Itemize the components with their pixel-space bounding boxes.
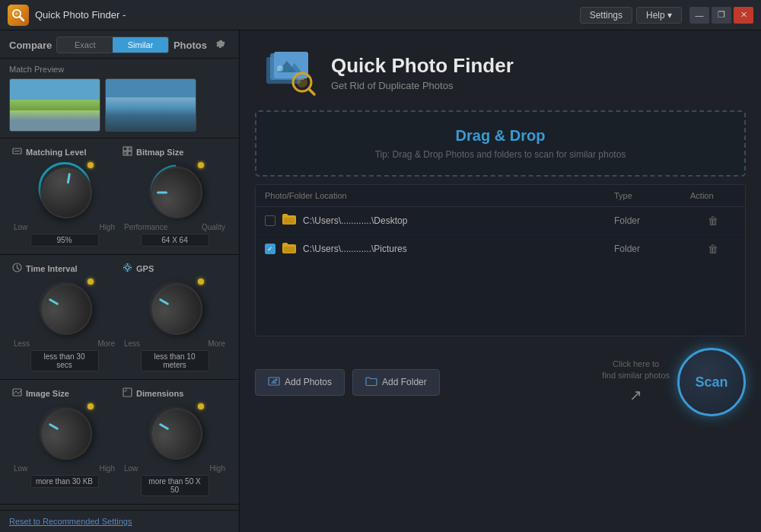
tab-group: Exact Similar	[56, 37, 169, 53]
image-size-high: High	[99, 464, 115, 473]
svg-point-44	[275, 378, 278, 381]
file-list-area: Photo/Folder Location Type Action C:\Use…	[255, 184, 746, 336]
dimensions-high: High	[209, 464, 225, 473]
matching-level-knob-wrap	[34, 161, 95, 221]
add-photos-button[interactable]: Add Photos	[255, 369, 345, 396]
file-checkbox-1[interactable]	[265, 215, 275, 226]
bitmap-size-high: Quality	[202, 223, 225, 231]
scan-button[interactable]: Scan	[677, 348, 746, 416]
compare-label: Compare	[9, 40, 52, 51]
file-type-2: Folder	[614, 244, 690, 254]
svg-point-15	[126, 266, 129, 269]
knobs-section-2: Time Interval Less More	[0, 255, 239, 380]
time-interval-indicator	[88, 279, 94, 285]
help-menu-button[interactable]: Help ▾	[636, 7, 682, 24]
photos-label: Photos	[174, 40, 207, 51]
drag-drop-tip: Tip: Drag & Drop Photos and folders to s…	[272, 149, 729, 160]
image-size-group: Image Size Low High	[9, 384, 119, 499]
restore-button[interactable]: ❐	[712, 7, 731, 24]
matching-level-value: 95%	[30, 234, 99, 247]
image-size-icon	[12, 387, 22, 399]
scan-hint: Click here to find similar photos ↗	[602, 358, 670, 406]
dimensions-label: Dimensions	[136, 389, 183, 398]
right-panel: Quick Photo Finder Get Rid of Duplicate …	[240, 30, 761, 532]
time-interval-low: Less	[14, 339, 30, 348]
window-controls: — ❐ ✕	[689, 7, 753, 24]
file-list-header: Photo/Folder Location Type Action	[256, 185, 745, 207]
image-size-indicator	[88, 403, 94, 409]
drag-drop-title: Drag & Drop	[272, 127, 729, 145]
svg-line-13	[18, 268, 20, 269]
image-size-knob-wrap	[34, 402, 95, 463]
titlebar-nav: Settings Help ▾	[580, 7, 682, 24]
gps-group: GPS Less More le	[119, 260, 230, 374]
dimensions-group: Dimensions Low High	[119, 384, 230, 499]
svg-rect-27	[123, 388, 132, 397]
reset-settings-link[interactable]: Reset to Recommended Settings	[9, 517, 230, 526]
gps-high: More	[208, 339, 225, 348]
add-folder-label: Add Folder	[382, 377, 427, 387]
dimensions-value: more than 50 X 50	[141, 475, 209, 496]
preview-image-2	[105, 78, 196, 132]
main-layout: Compare Exact Similar Photos Match Previ…	[0, 30, 761, 532]
folder-icon-2	[282, 242, 297, 256]
time-interval-label: Time Interval	[26, 264, 78, 273]
knobs-section-3: Image Size Low High	[0, 380, 239, 505]
settings-menu-button[interactable]: Settings	[580, 7, 632, 24]
matching-level-label: Matching Level	[26, 148, 86, 157]
knobs-row-2: Time Interval Less More	[9, 260, 230, 374]
add-folder-button[interactable]: Add Folder	[352, 369, 440, 396]
file-checkbox-2[interactable]	[265, 244, 275, 254]
app-header: Quick Photo Finder Get Rid of Duplicate …	[240, 30, 761, 110]
tab-similar[interactable]: Similar	[113, 37, 168, 53]
dimensions-low: Low	[124, 464, 138, 473]
bitmap-size-group: Bitmap Size Performance Quality	[119, 143, 230, 250]
close-button[interactable]: ✕	[734, 7, 753, 24]
compare-header: Compare Exact Similar Photos	[0, 30, 239, 59]
preview-image-1	[9, 78, 100, 132]
col-header-type: Type	[614, 191, 690, 200]
match-preview-section: Match Preview	[0, 59, 239, 139]
svg-line-23	[13, 391, 16, 394]
delete-row-1-button[interactable]: 🗑	[703, 213, 723, 228]
time-interval-knob-wrap	[34, 277, 95, 338]
window-title: Quick Photo Finder -	[35, 9, 580, 21]
app-title-block: Quick Photo Finder Get Rid of Duplicate …	[331, 54, 514, 91]
scan-hint-line2: find similar photos	[602, 370, 670, 381]
svg-line-39	[309, 89, 314, 94]
gps-icon	[123, 263, 132, 274]
tab-exact[interactable]: Exact	[57, 37, 113, 53]
svg-point-2	[15, 12, 18, 15]
svg-rect-7	[128, 147, 132, 151]
knobs-section-1: Matching Level Low High	[0, 139, 239, 255]
add-photos-icon	[268, 376, 280, 389]
time-interval-icon	[12, 263, 22, 274]
dimensions-icon	[123, 387, 132, 399]
knobs-row-3: Image Size Low High	[9, 384, 230, 499]
delete-row-2-button[interactable]: 🗑	[703, 241, 723, 256]
svg-rect-41	[284, 247, 295, 253]
bitmap-size-icon	[123, 146, 132, 158]
match-preview-label: Match Preview	[9, 65, 230, 74]
image-size-low: Low	[14, 464, 27, 473]
gps-label: GPS	[136, 264, 154, 273]
time-interval-group: Time Interval Less More	[9, 260, 119, 374]
bitmap-size-knob[interactable]	[151, 167, 202, 218]
svg-rect-33	[274, 52, 308, 78]
drag-drop-area[interactable]: Drag & Drop Tip: Drag & Drop Photos and …	[255, 110, 746, 177]
file-path-1: C:\Users\............\Desktop	[303, 215, 407, 226]
dimensions-indicator	[198, 403, 204, 409]
svg-line-24	[16, 391, 18, 393]
scan-label: Scan	[695, 374, 728, 390]
dimensions-knob-wrap	[145, 402, 205, 463]
time-interval-high: More	[97, 339, 115, 348]
panel-settings-button[interactable]	[212, 37, 230, 53]
folder-icon-1	[282, 213, 297, 228]
minimize-button[interactable]: —	[689, 7, 709, 24]
bitmap-size-label: Bitmap Size	[136, 148, 183, 157]
image-size-label: Image Size	[26, 389, 69, 398]
matching-level-indicator	[88, 162, 94, 168]
col-header-path: Photo/Folder Location	[265, 191, 614, 200]
gps-knob-wrap	[145, 277, 205, 338]
matching-level-group: Matching Level Low High	[9, 143, 119, 250]
